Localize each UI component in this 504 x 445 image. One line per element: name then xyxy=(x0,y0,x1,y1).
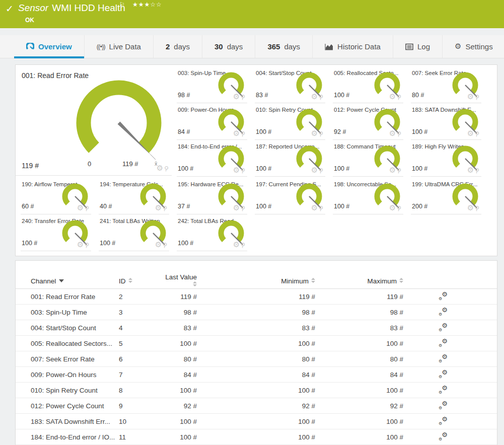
gauge-tile[interactable]: 012: Power Cycle Count 92 # ⚙⚲ xyxy=(333,105,403,140)
pin-icon[interactable]: ⚲ xyxy=(164,165,169,172)
col-channel[interactable]: Channel xyxy=(31,277,119,285)
pin-icon[interactable]: ⚲ xyxy=(240,93,246,101)
gauge-tile[interactable]: 004: Start/Stop Count 83 # ⚙⚲ xyxy=(255,68,325,103)
gear-icon[interactable]: ⚙ xyxy=(77,241,84,249)
gauge-tile[interactable]: 195: Hardware ECC Re... 37 # ⚙⚲ xyxy=(177,180,247,214)
gear-icon[interactable]: ⚙ xyxy=(155,241,162,249)
tab-settings[interactable]: ⚙Settings xyxy=(443,35,504,58)
gear-icon[interactable]: ⚙ xyxy=(467,130,474,137)
gauge-tile[interactable]: 241: Total LBAs Written 100 # ⚙⚲ xyxy=(99,216,169,251)
cell-channel[interactable]: 183: SATA Downshift Err... xyxy=(31,418,119,425)
channel-settings-gears-icon[interactable]: ⚙⚙ xyxy=(439,370,448,378)
primary-gauge-tile[interactable]: 001: Read Error Rate x̄ 0 119 # 119 # ⚙⚲ xyxy=(16,65,172,176)
gauge-tile[interactable]: 187: Reported Uncorre... 100 # ⚙⚲ xyxy=(255,142,325,177)
pin-icon[interactable]: ⚲ xyxy=(318,167,324,174)
channel-settings-gears-icon[interactable]: ⚙⚙ xyxy=(439,401,448,409)
channel-settings-gears-icon[interactable]: ⚙⚙ xyxy=(439,339,448,347)
gear-icon[interactable]: ⚙ xyxy=(311,93,318,101)
gear-icon[interactable]: ⚙ xyxy=(389,167,396,174)
channel-settings-gears-icon[interactable]: ⚙⚙ xyxy=(439,432,448,440)
gear-icon[interactable]: ⚙ xyxy=(311,130,318,137)
gear-icon[interactable]: ⚙ xyxy=(233,241,240,249)
gear-icon[interactable]: ⚙ xyxy=(77,204,84,212)
tab-overview[interactable]: Overview xyxy=(14,35,85,58)
gauge-tile[interactable]: 190: Airflow Temperat... 60 # ⚙⚲ xyxy=(21,180,91,214)
pin-icon[interactable]: ⚲ xyxy=(84,241,90,249)
gauge-tile[interactable]: 007: Seek Error Rate 80 # ⚙⚲ xyxy=(411,68,481,103)
pin-icon[interactable]: ⚲ xyxy=(240,167,246,174)
pin-icon[interactable]: ⚲ xyxy=(318,130,324,137)
tab-days[interactable]: 365days xyxy=(255,35,313,58)
gauge-tile[interactable]: 010: Spin Retry Count 100 # ⚙⚲ xyxy=(255,105,325,140)
pin-icon[interactable]: ⚲ xyxy=(162,204,168,212)
gauge-tile[interactable]: 005: Reallocated Secto... 100 # ⚙⚲ xyxy=(333,68,403,103)
channel-settings-gears-icon[interactable]: ⚙⚙ xyxy=(439,292,448,300)
pin-icon[interactable]: ⚲ xyxy=(474,204,480,212)
table-row[interactable]: 007: Seek Error Rate 6 80 # 80 # 80 # ⚙⚙ xyxy=(16,351,497,367)
gauge-tile[interactable]: 240: Transfer Error Rate 100 # ⚙⚲ xyxy=(21,216,91,251)
gear-icon[interactable]: ⚙ xyxy=(157,165,163,172)
cell-channel[interactable]: 007: Seek Error Rate xyxy=(31,355,119,363)
table-row[interactable]: 005: Reallocated Sectors... 5 100 # 100 … xyxy=(16,336,497,351)
pin-icon[interactable]: ⚲ xyxy=(474,167,480,174)
cell-channel[interactable]: 010: Spin Retry Count xyxy=(31,387,119,394)
gear-icon[interactable]: ⚙ xyxy=(389,204,396,212)
gauge-tile[interactable]: 199: UltraDMA CRC Err... 200 # ⚙⚲ xyxy=(411,180,481,214)
gear-icon[interactable]: ⚙ xyxy=(155,204,162,212)
pin-icon[interactable]: ⚲ xyxy=(474,93,480,101)
pin-icon[interactable]: ⚲ xyxy=(318,93,324,101)
channel-settings-gears-icon[interactable]: ⚙⚙ xyxy=(439,417,448,425)
cell-channel[interactable]: 009: Power-On Hours xyxy=(31,371,119,379)
channel-settings-gears-icon[interactable]: ⚙⚙ xyxy=(439,354,448,362)
gauge-tile[interactable]: 009: Power-On Hours 84 # ⚙⚲ xyxy=(177,105,247,140)
table-row[interactable]: 183: SATA Downshift Err... 10 100 # 100 … xyxy=(16,414,497,429)
cell-channel[interactable]: 001: Read Error Rate xyxy=(31,293,119,301)
gear-icon[interactable]: ⚙ xyxy=(467,167,474,174)
gauge-tile[interactable]: 184: End-to-End error /... 100 # ⚙⚲ xyxy=(177,142,247,177)
col-last-value[interactable]: Last Value xyxy=(159,273,197,288)
gauge-tile[interactable]: 188: Command Timeout 100 # ⚙⚲ xyxy=(333,142,403,177)
pin-icon[interactable]: ⚲ xyxy=(396,130,402,137)
col-minimum[interactable]: Minimum xyxy=(197,277,315,285)
gear-icon[interactable]: ⚙ xyxy=(389,93,396,101)
tab-log[interactable]: Log xyxy=(393,35,443,58)
pin-icon[interactable]: ⚲ xyxy=(318,204,324,212)
table-row[interactable]: 001: Read Error Rate 2 119 # 119 # 119 #… xyxy=(16,289,497,305)
tab-days[interactable]: 30days xyxy=(202,35,255,58)
cell-channel[interactable]: 005: Reallocated Sectors... xyxy=(31,340,119,347)
gauge-tile[interactable]: 194: Temperature Cels... 40 # ⚙⚲ xyxy=(99,180,169,214)
pin-icon[interactable]: ⚲ xyxy=(240,130,246,137)
channel-settings-gears-icon[interactable]: ⚙⚙ xyxy=(439,308,448,316)
priority-stars[interactable]: ★★★☆☆ xyxy=(132,1,162,8)
gear-icon[interactable]: ⚙ xyxy=(311,167,318,174)
cell-channel[interactable]: 004: Start/Stop Count xyxy=(31,324,119,332)
gauge-tile[interactable]: 198: Uncorrectable Se... 100 # ⚙⚲ xyxy=(333,180,403,214)
pin-icon[interactable]: ⚲ xyxy=(240,241,246,249)
gauge-tile[interactable]: 197: Current Pending S... 100 # ⚙⚲ xyxy=(255,180,325,214)
col-maximum[interactable]: Maximum xyxy=(315,277,403,285)
gear-icon[interactable]: ⚙ xyxy=(467,204,474,212)
gear-icon[interactable]: ⚙ xyxy=(389,130,396,137)
cell-channel[interactable]: 184: End-to-End error / IO... xyxy=(31,433,119,441)
pin-icon[interactable]: ⚲ xyxy=(162,241,168,249)
table-row[interactable]: 004: Start/Stop Count 4 83 # 83 # 83 # ⚙… xyxy=(16,320,497,336)
pin-icon[interactable]: ⚲ xyxy=(396,167,402,174)
pin-icon[interactable]: ⚲ xyxy=(84,204,90,212)
pin-icon[interactable]: ⚲ xyxy=(396,93,402,101)
gear-icon[interactable]: ⚙ xyxy=(233,204,240,212)
table-row[interactable]: 009: Power-On Hours 7 84 # 84 # 84 # ⚙⚙ xyxy=(16,367,497,383)
gear-icon[interactable]: ⚙ xyxy=(233,167,240,174)
tab-historic-data[interactable]: Historic Data xyxy=(313,35,393,58)
gear-icon[interactable]: ⚙ xyxy=(233,93,240,101)
pin-icon[interactable]: ⚲ xyxy=(396,204,402,212)
gauge-tile[interactable]: 003: Spin-Up Time 98 # ⚙⚲ xyxy=(177,68,247,103)
table-row[interactable]: 010: Spin Retry Count 8 100 # 100 # 100 … xyxy=(16,383,497,398)
gear-icon[interactable]: ⚙ xyxy=(233,130,240,137)
tab-live-data[interactable]: ((•))Live Data xyxy=(85,35,154,58)
gear-icon[interactable]: ⚙ xyxy=(311,204,318,212)
channel-settings-gears-icon[interactable]: ⚙⚙ xyxy=(439,386,448,394)
cell-channel[interactable]: 012: Power Cycle Count xyxy=(31,402,119,410)
pin-icon[interactable]: ⚲ xyxy=(474,130,480,137)
gauge-tile[interactable]: 183: SATA Downshift E... 100 # ⚙⚲ xyxy=(411,105,481,140)
col-id[interactable]: ID xyxy=(119,277,159,285)
